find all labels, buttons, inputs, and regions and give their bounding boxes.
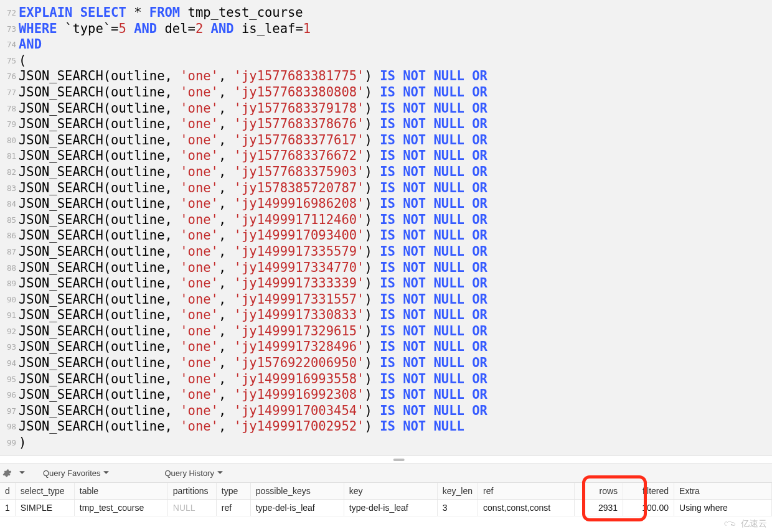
col-select_type[interactable]: select_type xyxy=(15,483,74,500)
cell-filtered: 100.00 xyxy=(623,500,674,516)
explain-results-table[interactable]: d select_type table partitions type poss… xyxy=(0,483,772,516)
cell-key: type-del-is_leaf xyxy=(344,500,437,516)
cell-type: ref xyxy=(216,500,250,516)
chevron-down-icon xyxy=(217,469,224,478)
col-ref[interactable]: ref xyxy=(478,483,575,500)
cell-id: 1 xyxy=(0,500,15,516)
col-id[interactable]: d xyxy=(0,483,15,500)
col-table[interactable]: table xyxy=(74,483,167,500)
gear-icon[interactable] xyxy=(1,468,12,479)
cell-ref: const,const,const xyxy=(478,500,575,516)
col-key_len[interactable]: key_len xyxy=(437,483,478,500)
line-gutter: 7273747576777879808182838485868788899091… xyxy=(0,0,19,455)
drag-handle-icon[interactable] xyxy=(393,459,405,461)
query-favorites-button[interactable]: Query Favorites xyxy=(43,469,110,478)
svg-point-0 xyxy=(731,524,732,525)
col-type[interactable]: type xyxy=(216,483,250,500)
sql-code[interactable]: EXPLAIN SELECT * FROM tmp_test_courseWHE… xyxy=(19,0,772,455)
sql-editor[interactable]: 7273747576777879808182838485868788899091… xyxy=(0,0,772,455)
col-partitions[interactable]: partitions xyxy=(167,483,216,500)
chevron-down-icon[interactable] xyxy=(19,469,26,478)
cell-select_type: SIMPLE xyxy=(15,500,74,516)
cell-rows: 2931 xyxy=(575,500,623,516)
pane-divider[interactable] xyxy=(0,455,772,464)
cell-table: tmp_test_course xyxy=(74,500,167,516)
table-row[interactable]: 1 SIMPLE tmp_test_course NULL ref type-d… xyxy=(0,500,772,516)
table-header-row: d select_type table partitions type poss… xyxy=(0,483,772,500)
cell-extra: Using where xyxy=(674,500,772,516)
col-possible_keys[interactable]: possible_keys xyxy=(250,483,344,500)
chevron-down-icon xyxy=(103,469,110,478)
cell-partitions: NULL xyxy=(167,500,216,516)
col-key[interactable]: key xyxy=(344,483,437,500)
cell-key_len: 3 xyxy=(437,500,478,516)
col-rows[interactable]: rows xyxy=(575,483,623,500)
watermark-text: 亿速云 xyxy=(741,518,767,530)
query-history-label: Query History xyxy=(164,469,214,478)
cell-possible_keys: type-del-is_leaf xyxy=(250,500,344,516)
watermark: 亿速云 xyxy=(723,518,767,530)
results-toolbar: Query Favorites Query History xyxy=(0,464,772,483)
col-filtered[interactable]: filtered xyxy=(623,483,674,500)
query-history-button[interactable]: Query History xyxy=(164,469,223,478)
query-favorites-label: Query Favorites xyxy=(43,469,100,478)
col-extra[interactable]: Extra xyxy=(674,483,772,500)
